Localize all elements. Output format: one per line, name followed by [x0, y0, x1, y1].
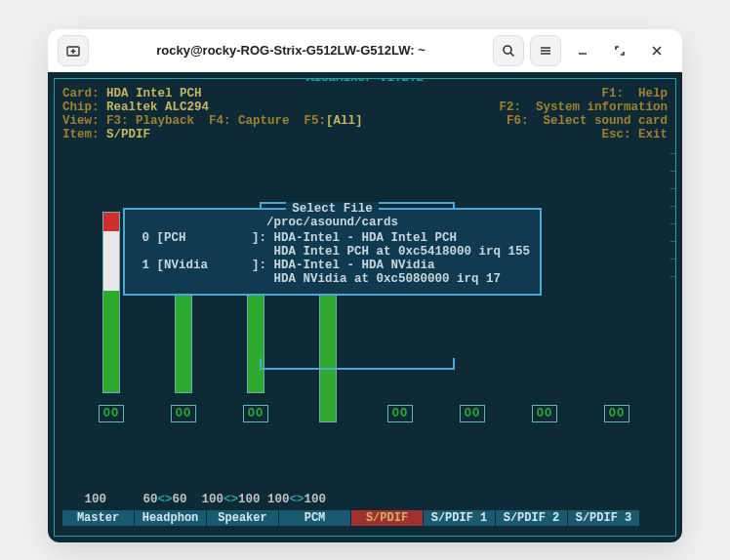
menu-button[interactable]	[530, 35, 561, 66]
help-f1: F1: Help	[601, 87, 668, 100]
channel-label-s-pdif-1[interactable]: S/PDIF 1	[424, 510, 496, 526]
channel-names-row: MasterHeadphonSpeakerPCMS/PDIFS/PDIF 1S/…	[62, 510, 640, 526]
terminal-window: rocky@rocky-ROG-Strix-G512LW-G512LW: ~ A…	[48, 29, 682, 542]
app-title: AlsaMixer v1.2.2	[62, 78, 668, 85]
mute-indicator[interactable]: OO	[387, 405, 413, 422]
help-f6: F6: Select sound card	[507, 114, 668, 128]
close-icon	[651, 45, 663, 57]
channel-label-speaker[interactable]: Speaker	[207, 510, 279, 526]
select-file-dialog[interactable]: Select File /proc/asound/cards 0 [PCH ]:…	[123, 208, 542, 296]
help-f2: F2: System information	[499, 100, 668, 114]
mute-indicator[interactable]: OO	[243, 405, 268, 422]
volume-row: 100 60<>60 100<>100 100<>100	[62, 493, 326, 506]
svg-line-4	[510, 53, 514, 57]
maximize-button[interactable]	[604, 35, 635, 66]
channel-label-pcm[interactable]: PCM	[279, 510, 351, 526]
mute-indicator[interactable]: OO	[604, 405, 629, 422]
minimize-icon	[577, 45, 588, 57]
channel-label-s-pdif-3[interactable]: S/PDIF 3	[568, 510, 640, 526]
channel-label-s-pdif-2[interactable]: S/PDIF 2	[496, 510, 568, 526]
minimize-button[interactable]	[567, 35, 598, 66]
help-esc: Esc: Exit	[601, 128, 668, 141]
hamburger-icon	[539, 44, 552, 58]
titlebar: rocky@rocky-ROG-Strix-G512LW-G512LW: ~	[48, 29, 682, 72]
dialog-frame-bottom	[260, 358, 455, 370]
new-tab-button[interactable]	[58, 35, 89, 66]
close-button[interactable]	[641, 35, 672, 66]
search-button[interactable]	[493, 35, 524, 66]
window-title: rocky@rocky-ROG-Strix-G512LW-G512LW: ~	[97, 43, 485, 58]
header-card: Card: HDA Intel PCH F1: Help	[62, 87, 668, 100]
header-view: View: F3: Playback F4: Capture F5:[All] …	[62, 114, 668, 128]
svg-point-3	[504, 46, 511, 54]
mute-indicator[interactable]: OO	[171, 405, 196, 422]
channel-label-headphon[interactable]: Headphon	[135, 510, 207, 526]
mute-indicator[interactable]: OO	[99, 405, 124, 422]
mute-indicator[interactable]: OO	[460, 405, 485, 422]
dialog-line[interactable]: 0 [PCH ]: HDA-Intel - HDA Intel PCH	[135, 231, 530, 245]
dialog-line[interactable]: HDA NVidia at 0xc5080000 irq 17	[135, 272, 530, 286]
dialog-subtitle: /proc/asound/cards	[135, 216, 530, 229]
channel-label-master[interactable]: Master	[62, 510, 135, 526]
terminal-body[interactable]: AlsaMixer v1.2.2 Card: HDA Intel PCH F1:…	[48, 72, 682, 542]
header-item: Item: S/PDIF Esc: Exit	[62, 128, 668, 141]
scroll-arrows: →→→→→→→→	[670, 145, 676, 286]
alsamixer-frame: AlsaMixer v1.2.2 Card: HDA Intel PCH F1:…	[54, 78, 676, 537]
mute-indicator[interactable]: OO	[532, 405, 557, 422]
header-chip: Chip: Realtek ALC294 F2: System informat…	[62, 100, 668, 114]
volume-bar[interactable]	[102, 212, 120, 393]
channel-label-s-pdif[interactable]: S/PDIF	[351, 510, 424, 526]
dialog-line[interactable]: 1 [NVidia ]: HDA-Intel - HDA NVidia	[135, 259, 530, 272]
maximize-icon	[614, 45, 626, 57]
dialog-title: Select File	[135, 202, 530, 216]
channel-s-pdif-3[interactable]: OO	[588, 212, 646, 422]
search-icon	[502, 44, 515, 58]
dialog-line[interactable]: HDA Intel PCH at 0xc5418000 irq 155	[135, 245, 530, 259]
